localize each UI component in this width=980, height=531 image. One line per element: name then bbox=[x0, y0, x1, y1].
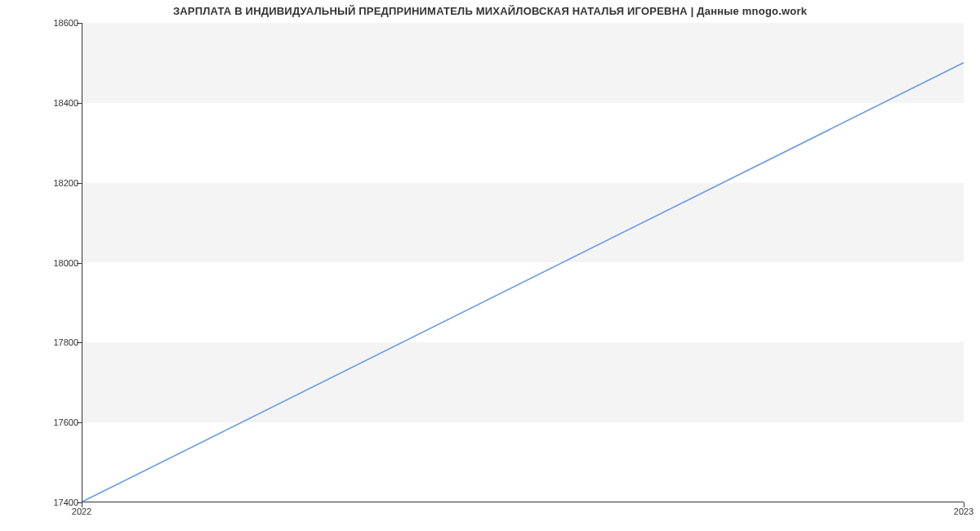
data-line bbox=[82, 23, 964, 502]
x-tick-label: 2022 bbox=[72, 506, 91, 516]
y-tick-mark bbox=[77, 342, 82, 343]
plot-area bbox=[82, 23, 964, 502]
y-tick-mark bbox=[77, 183, 82, 184]
y-tick-mark bbox=[77, 23, 82, 24]
y-tick-label: 18200 bbox=[47, 178, 78, 188]
y-tick-label: 18600 bbox=[47, 18, 78, 28]
chart-container: ЗАРПЛАТА В ИНДИВИДУАЛЬНЫЙ ПРЕДПРИНИМАТЕЛ… bbox=[0, 0, 980, 531]
y-tick-mark bbox=[77, 103, 82, 104]
y-tick-mark bbox=[77, 422, 82, 423]
y-tick-label: 17800 bbox=[47, 337, 78, 347]
series-line bbox=[82, 63, 964, 502]
y-tick-label: 18400 bbox=[47, 98, 78, 108]
x-tick-mark bbox=[964, 502, 964, 507]
y-tick-mark bbox=[77, 263, 82, 264]
chart-title: ЗАРПЛАТА В ИНДИВИДУАЛЬНЫЙ ПРЕДПРИНИМАТЕЛ… bbox=[0, 5, 980, 17]
y-tick-label: 18000 bbox=[47, 258, 78, 268]
y-tick-label: 17600 bbox=[47, 417, 78, 427]
x-tick-mark bbox=[82, 502, 82, 507]
x-tick-label: 2023 bbox=[954, 506, 973, 516]
